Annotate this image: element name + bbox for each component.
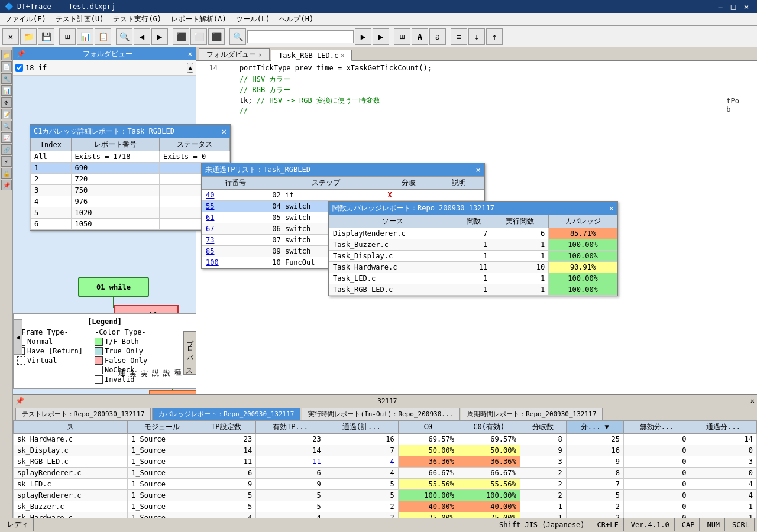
menu-help[interactable]: ヘルプ(H) xyxy=(274,13,318,25)
legend-invalid-icon xyxy=(95,375,103,384)
legend-title: [Legend] xyxy=(17,317,192,326)
sidebar-icon-12[interactable]: 📌 xyxy=(1,180,12,190)
c1-cell-idx-4: 4 xyxy=(31,196,72,207)
fc-row-6[interactable]: Task_RGB-LED.c 1 1 100.00% xyxy=(329,284,617,296)
tb-btn7[interactable]: ⬜ xyxy=(190,28,207,45)
bottom-tab-coverage[interactable]: カバレッジレポート：Repo_200930_132117 xyxy=(152,408,300,420)
fc-row-3[interactable]: Task_Display.c 1 1 100.00% xyxy=(329,251,617,262)
tb-btn2[interactable]: 📊 xyxy=(77,28,93,45)
close-button[interactable]: ✕ xyxy=(740,1,752,12)
bt-row-7[interactable]: sk_Buzzer.c 1_Source 5 5 2 40.00% 40.00%… xyxy=(14,501,757,512)
folder-panel-close[interactable]: ✕ xyxy=(188,50,192,58)
flow-while-box[interactable]: 01 while xyxy=(78,277,149,297)
fc-row-5[interactable]: Task_LED.c 1 1 100.00% xyxy=(329,273,617,284)
bt-pass-6: 5 xyxy=(325,489,398,501)
tb-mark2[interactable]: ≡ xyxy=(451,28,467,45)
panel-expand-btn[interactable]: ◀ xyxy=(13,319,22,355)
sidebar-icon-7[interactable]: 🔍 xyxy=(1,121,12,131)
bottom-tab-exec[interactable]: 実行時間レポート(In-Out)：Repo_200930... xyxy=(302,408,460,420)
tb-a[interactable]: a xyxy=(429,28,446,45)
c1-row-4[interactable]: 4 976 xyxy=(31,196,230,207)
bottom-panel-close[interactable]: ✕ xyxy=(750,397,755,405)
legend-color-label: -Color Type- xyxy=(95,328,147,336)
tb-btn3[interactable]: 📋 xyxy=(95,28,111,45)
search-input[interactable] xyxy=(247,30,354,43)
tb-btn5[interactable]: ▶ xyxy=(151,28,168,45)
bt-col-branch-pct[interactable]: 分... ▼ xyxy=(566,420,623,433)
tb-save[interactable]: 💾 xyxy=(38,28,54,45)
status-version: Ver.4.1.0 xyxy=(626,518,675,531)
ul-row-1[interactable]: 40 02 if X xyxy=(202,190,484,201)
tab-folder[interactable]: フォルダビュー ✕ xyxy=(199,48,270,60)
bt-inv-2: 0 xyxy=(623,445,690,456)
tb-search[interactable]: 🔍 xyxy=(116,28,132,45)
bt-etp-4: 6 xyxy=(256,467,325,478)
bt-s-4: splayRenderer.c xyxy=(14,467,128,478)
maximize-button[interactable]: □ xyxy=(727,1,739,12)
bt-row-3[interactable]: sk_RGB-LED.c 1_Source 11 11 4 36.36% 36.… xyxy=(14,456,757,467)
tb-btn1[interactable]: ⊞ xyxy=(59,28,76,45)
tab-folder-close[interactable]: ✕ xyxy=(258,51,262,58)
c1-row-5[interactable]: 5 1020 xyxy=(31,207,230,219)
c1-row-1[interactable]: 1 690 xyxy=(31,163,230,174)
sidebar-icon-8[interactable]: 📈 xyxy=(1,132,12,143)
c1-report-close[interactable]: ✕ xyxy=(222,126,227,136)
tb-A[interactable]: A xyxy=(412,28,428,45)
tb-down[interactable]: ↓ xyxy=(468,28,485,45)
menu-tools[interactable]: ツール(L) xyxy=(231,13,275,25)
tb-mark[interactable]: ▶ xyxy=(373,28,389,45)
bt-etp-3: 11 xyxy=(256,456,325,467)
menu-test-run[interactable]: テスト実行(G) xyxy=(108,13,166,25)
c1-row-2[interactable]: 2 720 xyxy=(31,174,230,185)
func-coverage-close[interactable]: ✕ xyxy=(609,203,614,213)
bt-row-1[interactable]: sk_Hardware.c 1_Source 23 23 16 69.57% 6… xyxy=(14,433,757,445)
bt-row-4[interactable]: splayRenderer.c 1_Source 6 6 4 66.67% 66… xyxy=(14,467,757,478)
props-tab-1[interactable]: プロパ xyxy=(184,332,196,361)
fc-row-4[interactable]: Task_Hardware.c 11 10 90.91% xyxy=(329,262,617,273)
sidebar-icon-9[interactable]: 🔗 xyxy=(1,144,12,155)
bottom-tab-test[interactable]: テストレポート：Repo_200930_132117 xyxy=(15,408,151,420)
tb-btn8[interactable]: ⬛ xyxy=(208,28,225,45)
c1-all-report: Exists = 1718 xyxy=(71,151,159,163)
bt-mod-2: 1_Source xyxy=(128,445,196,456)
folder-expand[interactable]: ▲ xyxy=(187,63,193,73)
tab-code-close[interactable]: ✕ xyxy=(341,52,344,59)
sidebar-icon-4[interactable]: 📊 xyxy=(1,85,12,96)
menu-file[interactable]: ファイル(F) xyxy=(0,13,51,25)
c1-row-3[interactable]: 3 750 xyxy=(31,185,230,196)
tb-new[interactable]: ✕ xyxy=(2,28,19,45)
c1-row-6[interactable]: 6 1050 xyxy=(31,219,230,230)
bt-row-8[interactable]: sk_Hardware.c 1_Source 4 4 3 75.00% 75.0… xyxy=(14,512,757,518)
bt-row-2[interactable]: sk_Display.c 1_Source 14 14 7 50.00% 50.… xyxy=(14,445,757,456)
ul-line-1: 40 xyxy=(202,190,268,201)
code-line-5: // xyxy=(199,106,755,117)
coverage-table: ス モジュール TP設定数 有効TP... 通過(計... C0 C0(有効) … xyxy=(13,420,757,518)
tb-btn6[interactable]: ⬛ xyxy=(173,28,189,45)
sidebar-icon-2[interactable]: 📄 xyxy=(1,61,12,72)
minimize-button[interactable]: − xyxy=(714,1,726,12)
sidebar-icon-5[interactable]: ⚙ xyxy=(1,97,12,108)
unvisited-list-close[interactable]: ✕ xyxy=(476,165,481,174)
sidebar-icon-11[interactable]: 🔒 xyxy=(1,168,12,179)
func-coverage-window: 関数カバレッジレポート：Repo_200930_132117 ✕ ソース 関数 … xyxy=(328,201,618,296)
sidebar-icon-10[interactable]: ⚡ xyxy=(1,156,12,167)
tb-find[interactable]: 🔍 xyxy=(229,28,246,45)
bottom-data-table[interactable]: ス モジュール TP設定数 有効TP... 通過(計... C0 C0(有効) … xyxy=(13,420,757,518)
bottom-tab-periodic[interactable]: 周期時間レポート：Repo_200930_132117 xyxy=(461,408,603,420)
menu-test-plan[interactable]: テスト計画(U) xyxy=(51,13,109,25)
sidebar-icon-1[interactable]: 📁 xyxy=(1,50,12,60)
fc-row-1[interactable]: DisplayRenderer.c 7 6 85.71% xyxy=(329,228,617,239)
tab-code[interactable]: Task_RGB-LED.c ✕ xyxy=(271,50,352,61)
bt-row-5[interactable]: sk_LED.c 1_Source 9 9 5 55.56% 55.56% 2 … xyxy=(14,478,757,489)
menu-report[interactable]: レポート解析(A) xyxy=(166,13,231,25)
sidebar-icon-6[interactable]: 📝 xyxy=(1,109,12,119)
tb-up[interactable]: ↑ xyxy=(486,28,503,45)
tb-btn4[interactable]: ◀ xyxy=(134,28,150,45)
tb-go[interactable]: ▶ xyxy=(355,28,371,45)
props-label-s3: 説 xyxy=(161,364,172,372)
bt-row-6[interactable]: splayRenderer.c 1_Source 5 5 5 100.00% 1… xyxy=(14,489,757,501)
fc-row-2[interactable]: Task_Buzzer.c 1 1 100.00% xyxy=(329,239,617,251)
sidebar-icon-3[interactable]: 🔧 xyxy=(1,73,12,84)
tb-grid[interactable]: ⊞ xyxy=(394,28,410,45)
tb-open[interactable]: 📁 xyxy=(20,28,37,45)
